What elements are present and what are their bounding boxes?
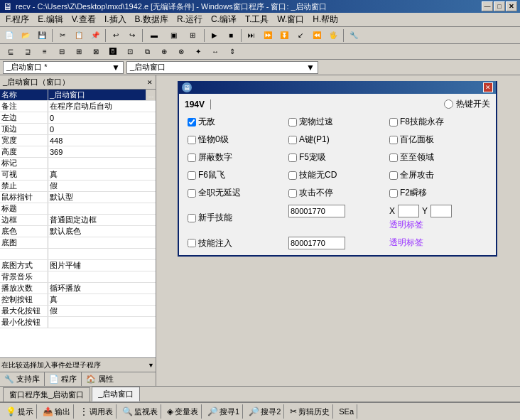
dbg-btn5[interactable]: ⏪: [309, 28, 325, 43]
prop-row[interactable]: 名称 _启动窗口 ...: [0, 90, 156, 101]
prop-row[interactable]: 底色 默认底色: [0, 226, 156, 237]
align-btn9[interactable]: ⧉: [139, 45, 155, 59]
stop-btn[interactable]: ■: [223, 28, 239, 43]
status-tip[interactable]: 💡 提示: [3, 404, 37, 419]
dbg-btn4[interactable]: ↙: [293, 28, 308, 43]
align-btn2[interactable]: ⊒: [20, 45, 36, 59]
redo-btn[interactable]: ↪: [124, 28, 140, 43]
align-btn11[interactable]: ⊗: [173, 45, 189, 59]
minimize-button[interactable]: —: [482, 1, 493, 11]
menu-compile[interactable]: C.编译: [207, 12, 241, 27]
menu-run[interactable]: R.运行: [173, 12, 207, 27]
transparent-label-2[interactable]: 透明标签: [389, 237, 487, 249]
dbg-btn3[interactable]: ⏬: [276, 28, 292, 43]
dialog-close-button[interactable]: ✕: [483, 82, 493, 92]
dbg-btn1[interactable]: ⏭: [244, 28, 259, 43]
maximize-button[interactable]: □: [494, 1, 505, 11]
left-panel-close[interactable]: ✕: [147, 79, 153, 86]
hand-btn[interactable]: 🖐: [325, 28, 341, 43]
class-selector[interactable]: _启动窗口 ▼: [126, 61, 318, 74]
prop-edit-btn[interactable]: ...: [146, 90, 156, 100]
checkbox-nocd[interactable]: [288, 171, 297, 180]
prop-row[interactable]: 底图: [0, 237, 156, 249]
checkbox-f8[interactable]: [389, 118, 398, 126]
align-btn4[interactable]: ⊟: [54, 45, 70, 59]
menu-tools[interactable]: T.工具: [241, 12, 273, 27]
win-btn2[interactable]: ▣: [164, 28, 183, 43]
status-sea[interactable]: SEa: [336, 404, 357, 419]
checkbox-wudi[interactable]: [188, 118, 196, 126]
checkbox-block-num[interactable]: [188, 154, 196, 162]
menu-file[interactable]: F.程序: [1, 12, 33, 27]
tab-program[interactable]: 📄 程序: [45, 372, 82, 386]
status-monitor[interactable]: 🔍 监视表: [119, 404, 161, 419]
menu-insert[interactable]: I.插入: [100, 12, 131, 27]
prop-row[interactable]: 底图方式 图片平铺: [0, 260, 156, 271]
prop-row[interactable]: 左边 0: [0, 112, 156, 124]
prop-row[interactable]: 禁止 假: [0, 181, 156, 192]
close-button[interactable]: ✕: [506, 1, 517, 11]
win-btn3[interactable]: ⊞: [183, 28, 202, 43]
x-input[interactable]: [398, 205, 419, 217]
align-btn13[interactable]: ↔: [207, 45, 223, 59]
open-btn[interactable]: 📂: [18, 28, 33, 43]
prop-row[interactable]: 高度 369: [0, 146, 156, 158]
window-selector[interactable]: _启动窗口 * ▼: [3, 61, 124, 74]
checkbox-monster0[interactable]: [188, 136, 196, 144]
undo-btn[interactable]: ↩: [108, 28, 124, 43]
status-search2[interactable]: 🔎 搜寻2: [246, 404, 284, 419]
skill-address-input[interactable]: [288, 205, 345, 217]
dbg-btn2[interactable]: ⏩: [260, 28, 276, 43]
prop-row[interactable]: 鼠标指针 默认型: [0, 192, 156, 203]
prop-row[interactable]: [0, 249, 156, 260]
prop-row[interactable]: 背景音乐: [0, 271, 156, 283]
status-cliphistory[interactable]: ✂ 剪辑历史: [287, 404, 333, 419]
prop-row[interactable]: 宽度 448: [0, 135, 156, 146]
status-calltable[interactable]: ⋮ 调用表: [77, 404, 117, 419]
paste-btn[interactable]: 📌: [87, 28, 103, 43]
prop-row[interactable]: 播放次数 循环播放: [0, 283, 156, 294]
prop-row[interactable]: 标题: [0, 203, 156, 215]
tab-properties[interactable]: 🏠 属性: [82, 372, 118, 386]
prop-row[interactable]: 标记: [0, 158, 156, 169]
align-btn14[interactable]: ⇕: [224, 45, 240, 59]
bottom-tab-startup[interactable]: _启动窗口: [92, 387, 140, 402]
prop-row[interactable]: 控制按钮 真: [0, 294, 156, 306]
align-btn10[interactable]: ⊕: [156, 45, 172, 59]
prop-row[interactable]: 最小化按钮: [0, 317, 156, 328]
checkbox-f6[interactable]: [188, 171, 196, 180]
y-input[interactable]: [430, 205, 452, 217]
checkbox-billion[interactable]: [389, 136, 398, 144]
win-btn1[interactable]: ▬: [145, 28, 163, 43]
align-btn5[interactable]: ⊞: [71, 45, 87, 59]
cut-btn[interactable]: ✂: [55, 28, 70, 43]
status-output[interactable]: 📤 输出: [40, 404, 74, 419]
menu-edit[interactable]: E.编辑: [33, 12, 67, 27]
prop-row[interactable]: 最大化按钮 假: [0, 306, 156, 317]
menu-database[interactable]: B.数据库: [131, 12, 173, 27]
menu-help[interactable]: H.帮助: [308, 12, 342, 27]
bottom-tab-windowset[interactable]: 窗口程序集_启动窗口: [3, 387, 90, 402]
checkbox-f2[interactable]: [389, 189, 398, 198]
prop-row[interactable]: 顶边 0: [0, 124, 156, 135]
inject-address-input[interactable]: [288, 237, 345, 249]
checkbox-domain[interactable]: [389, 154, 398, 162]
checkbox-nonstop[interactable]: [288, 189, 297, 198]
menu-window[interactable]: W.窗口: [273, 12, 308, 27]
status-vars[interactable]: ◈ 变量表: [164, 404, 202, 419]
prop-row[interactable]: 可视 真: [0, 169, 156, 181]
status-search1[interactable]: 🔎 搜寻1: [205, 404, 243, 419]
checkbox-f5[interactable]: [288, 154, 297, 162]
checkbox-nodelay[interactable]: [188, 189, 196, 198]
prop-row[interactable]: 边框 普通固定边框: [0, 215, 156, 226]
save-btn[interactable]: 💾: [34, 28, 50, 43]
menu-view[interactable]: V.查看: [67, 12, 100, 27]
run-btn[interactable]: ▶: [207, 28, 222, 43]
align-btn3[interactable]: ≡: [37, 45, 53, 59]
checkbox-chongshu[interactable]: [288, 118, 297, 126]
checkbox-fullscreen[interactable]: [389, 171, 398, 180]
new-btn[interactable]: 📄: [1, 28, 17, 43]
align-btn1[interactable]: ⊑: [3, 45, 18, 59]
extra-btn[interactable]: 🔧: [346, 28, 362, 43]
align-btn6[interactable]: ⊠: [88, 45, 104, 59]
